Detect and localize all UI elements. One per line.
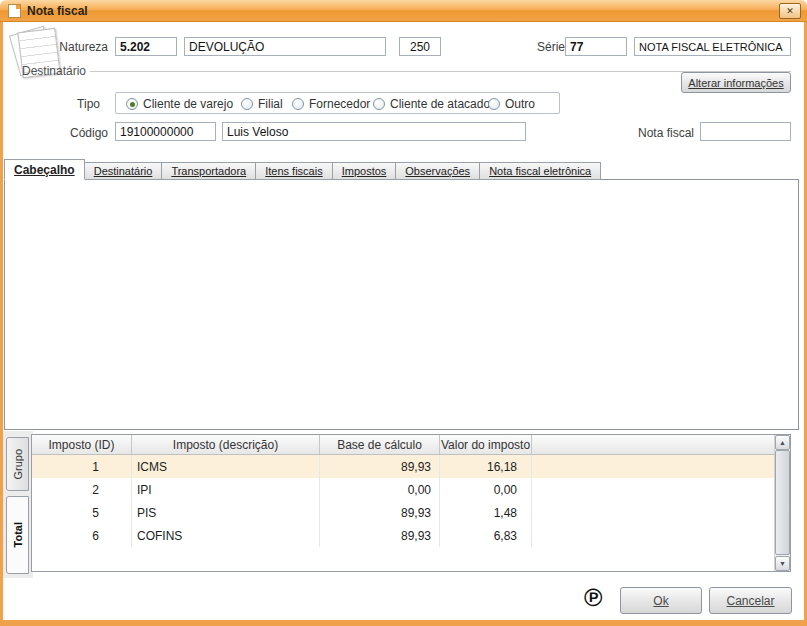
radio-dot-icon xyxy=(488,98,500,110)
table-row[interactable]: 2 IPI 0,00 0,00 xyxy=(32,478,774,501)
window-icon xyxy=(8,4,21,18)
radio-outro[interactable]: Outro xyxy=(488,97,535,111)
tab-itens-fiscais[interactable]: Itens fiscais xyxy=(255,162,332,180)
tab-observacoes[interactable]: Observações xyxy=(395,162,480,180)
tab-strip: Cabeçalho Destinatário Transportadora It… xyxy=(4,159,600,180)
tipo-radio-group: Cliente de varejo Filial Fornecedor Clie… xyxy=(115,92,560,114)
tab-destinatario[interactable]: Destinatário xyxy=(84,162,163,180)
serie-tipo-input[interactable] xyxy=(634,37,791,56)
tipo-label: Tipo xyxy=(60,97,100,111)
grid-header-filler xyxy=(532,435,774,454)
grid-header-base-calculo[interactable]: Base de cálculo xyxy=(320,435,440,454)
radio-cliente-atacado[interactable]: Cliente de atacado xyxy=(373,97,490,111)
radio-cliente-varejo[interactable]: Cliente de varejo xyxy=(126,97,233,111)
radio-dot-icon xyxy=(292,98,304,110)
nota-fiscal-window: Nota fiscal ✕ Natureza Série Destinatári… xyxy=(0,0,807,626)
cabecalho-panel xyxy=(4,179,799,430)
codigo-input[interactable] xyxy=(115,122,216,141)
radio-dot-icon xyxy=(126,98,138,110)
close-icon[interactable]: ✕ xyxy=(779,3,801,19)
window-title: Nota fiscal xyxy=(27,4,88,18)
natureza-cfop-input[interactable] xyxy=(399,37,441,56)
p-symbol-button[interactable]: ℗ xyxy=(584,583,602,611)
codigo-label: Código xyxy=(58,126,108,140)
radio-dot-icon xyxy=(241,98,253,110)
scroll-up-icon[interactable]: ▲ xyxy=(775,435,790,450)
grid-header-row: Imposto (ID) Imposto (descrição) Base de… xyxy=(32,435,774,455)
impostos-grid: Imposto (ID) Imposto (descrição) Base de… xyxy=(31,434,791,572)
side-tab-grupo[interactable]: Grupo xyxy=(6,437,29,491)
cliente-nome-input[interactable] xyxy=(222,122,526,141)
destinatario-group-label: Destinatário xyxy=(22,64,86,78)
title-bar: Nota fiscal ✕ xyxy=(0,0,807,22)
nota-fiscal-label: Nota fiscal xyxy=(634,126,694,140)
serie-input[interactable] xyxy=(565,37,627,56)
natureza-code-input[interactable] xyxy=(115,37,177,56)
tab-nota-fiscal-eletronica[interactable]: Nota fiscal eletrônica xyxy=(479,162,601,180)
ok-button[interactable]: Ok xyxy=(620,587,702,614)
alterar-informacoes-button[interactable]: Alterar informações xyxy=(681,72,791,93)
natureza-desc-input[interactable] xyxy=(184,37,386,56)
natureza-label: Natureza xyxy=(38,40,108,54)
table-row[interactable]: 1 ICMS 89,93 16,18 xyxy=(32,455,774,478)
table-row[interactable]: 6 COFINS 89,93 6,83 xyxy=(32,524,774,547)
scrollbar-thumb[interactable] xyxy=(775,450,790,555)
grid-header-imposto-id[interactable]: Imposto (ID) xyxy=(32,435,132,454)
side-tab-total[interactable]: Total xyxy=(6,496,29,574)
cancelar-button[interactable]: Cancelar xyxy=(709,587,792,614)
tab-cabecalho[interactable]: Cabeçalho xyxy=(4,159,85,180)
radio-fornecedor[interactable]: Fornecedor xyxy=(292,97,370,111)
tab-impostos[interactable]: Impostos xyxy=(332,162,397,180)
vertical-scrollbar[interactable]: ▲ ▼ xyxy=(774,435,790,571)
window-border-bottom xyxy=(0,620,807,626)
radio-filial[interactable]: Filial xyxy=(241,97,283,111)
serie-label: Série xyxy=(537,40,565,54)
nota-fiscal-numero-input[interactable] xyxy=(700,122,791,141)
scroll-down-icon[interactable]: ▼ xyxy=(775,556,790,571)
tab-transportadora[interactable]: Transportadora xyxy=(161,162,256,180)
radio-dot-icon xyxy=(373,98,385,110)
grid-header-imposto-descricao[interactable]: Imposto (descrição) xyxy=(132,435,320,454)
grid-header-valor-imposto[interactable]: Valor do imposto xyxy=(440,435,532,454)
table-row[interactable]: 5 PIS 89,93 1,48 xyxy=(32,501,774,524)
